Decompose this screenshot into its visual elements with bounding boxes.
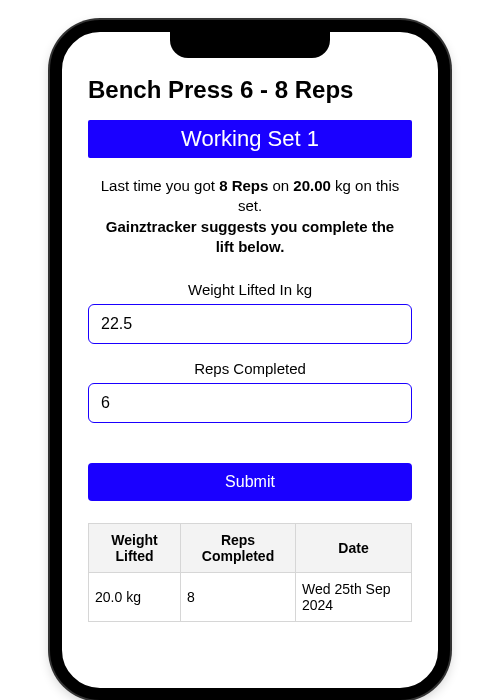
working-set-banner: Working Set 1 [88, 120, 412, 158]
weight-input[interactable] [88, 304, 412, 344]
summary-prefix: Last time you got [101, 177, 219, 194]
history-header-row: Weight Lifted Reps Completed Date [89, 524, 412, 573]
summary-mid: on [268, 177, 293, 194]
summary-suggestion: Gainztracker suggests you complete the l… [106, 218, 394, 255]
weight-label: Weight Lifted In kg [88, 281, 412, 298]
summary-last-reps: 8 Reps [219, 177, 268, 194]
page-title: Bench Press 6 - 8 Reps [88, 76, 412, 104]
history-cell-reps: 8 [181, 573, 296, 622]
history-header-weight: Weight Lifted [89, 524, 181, 573]
history-header-reps: Reps Completed [181, 524, 296, 573]
reps-input[interactable] [88, 383, 412, 423]
last-set-summary: Last time you got 8 Reps on 20.00 kg on … [96, 176, 404, 257]
reps-label: Reps Completed [88, 360, 412, 377]
submit-button[interactable]: Submit [88, 463, 412, 501]
phone-notch [170, 30, 330, 58]
history-header-date: Date [296, 524, 412, 573]
summary-last-weight: 20.00 [293, 177, 331, 194]
history-cell-date: Wed 25th Sep 2024 [296, 573, 412, 622]
history-cell-weight: 20.0 kg [89, 573, 181, 622]
history-table: Weight Lifted Reps Completed Date 20.0 k… [88, 523, 412, 622]
history-row: 20.0 kg 8 Wed 25th Sep 2024 [89, 573, 412, 622]
phone-frame: Bench Press 6 - 8 Reps Working Set 1 Las… [50, 20, 450, 700]
app-screen: Bench Press 6 - 8 Reps Working Set 1 Las… [62, 32, 438, 688]
